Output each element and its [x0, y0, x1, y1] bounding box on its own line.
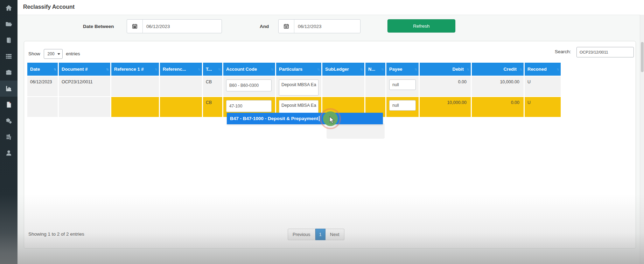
cell-reconed: U: [525, 76, 561, 96]
date-to-input[interactable]: [294, 20, 360, 33]
vertical-scrollbar[interactable]: [640, 15, 644, 264]
cell-date: 06/12/2023: [27, 76, 58, 96]
cell-date: [27, 97, 58, 117]
reclassify-table: Date↑↓ Document #↑↓ Reference 1 #↑↓ Refe…: [27, 63, 561, 117]
sort-icon: ↑↓: [467, 63, 469, 76]
sort-icon: ↑↓: [271, 63, 273, 76]
sidebar-item-reports-chart[interactable]: [0, 81, 18, 97]
cell-reference2: [160, 76, 202, 96]
sidebar-item-settings[interactable]: [0, 113, 18, 129]
mouse-cursor-icon: [328, 116, 335, 124]
sort-icon: ↑↓: [198, 63, 200, 76]
sort-icon: ↑↓: [218, 63, 220, 76]
cell-account-code: [223, 76, 275, 96]
cell-payee: [386, 76, 419, 96]
sort-icon: ↑↓: [155, 63, 157, 76]
col-header-reconed[interactable]: Reconed↑↓: [525, 63, 561, 76]
list-icon: [5, 53, 12, 60]
text-caret: [319, 116, 320, 121]
sort-icon: ↑↓: [317, 63, 319, 76]
sliders-icon: [5, 133, 12, 140]
cell-reference2: [160, 97, 202, 117]
sort-icon: ↑↓: [381, 63, 383, 76]
bar-chart-icon: [5, 85, 12, 92]
title-bar: Reclassify Account: [18, 0, 644, 15]
col-header-type[interactable]: T...↑↓: [203, 63, 222, 76]
col-header-payee[interactable]: Payee↑↓: [386, 63, 419, 76]
cell-subledger: [322, 76, 364, 96]
refresh-button[interactable]: Refresh: [387, 19, 455, 33]
show-label: Show: [28, 51, 40, 56]
col-header-date[interactable]: Date↑↓: [27, 63, 58, 76]
cell-n: [365, 76, 385, 96]
cogs-icon: [5, 117, 12, 124]
page-title: Reclassify Account: [18, 0, 644, 10]
sort-icon: ↑↓: [360, 63, 362, 76]
cell-debit: 10,000.00: [420, 97, 471, 117]
entries-label: entries: [66, 51, 80, 56]
book-icon: [5, 37, 12, 44]
col-header-account-code[interactable]: Account Code↑↓: [223, 63, 275, 76]
dropdown-option-b47[interactable]: B47 - B47-1000 - Deposit & Prepayment: [227, 116, 320, 121]
cell-document: [59, 97, 110, 117]
cell-type: CB: [203, 97, 222, 117]
folder-open-icon: [5, 21, 12, 28]
search-label: Search:: [555, 49, 571, 54]
sort-icon: ↑↓: [556, 63, 559, 76]
sidebar-item-account[interactable]: [0, 145, 18, 161]
briefcase-icon: [5, 69, 12, 76]
cell-credit: 0.00: [472, 97, 524, 117]
sidebar-item-files[interactable]: [0, 16, 18, 32]
col-header-reference2[interactable]: Referenc...↑↓: [160, 63, 202, 76]
scrollbar-thumb[interactable]: [641, 42, 644, 72]
payee-input[interactable]: [389, 79, 416, 90]
col-header-subledger[interactable]: SubLedger↑↓: [322, 63, 364, 76]
account-code-dropdown: B47 - B47-1000 - Deposit & Prepayment: [227, 113, 383, 124]
showing-entries-text: Showing 1 to 2 of 2 entries: [28, 231, 84, 237]
cell-credit: 10,000.00: [472, 76, 524, 96]
pagination: Previous 1 Next: [288, 229, 344, 240]
sidebar-item-documents[interactable]: [0, 97, 18, 113]
payee-input[interactable]: [389, 100, 416, 111]
account-code-input-editing[interactable]: [226, 100, 272, 112]
pagination-page-1-button[interactable]: 1: [315, 229, 326, 240]
sort-icon: ↑↓: [106, 63, 108, 76]
account-code-input[interactable]: [226, 79, 272, 91]
sidebar-item-business[interactable]: [0, 64, 18, 81]
cell-payee: [386, 97, 419, 117]
col-header-reference1[interactable]: Reference 1 #↑↓: [111, 63, 159, 76]
col-header-debit[interactable]: Debit↑↓: [420, 63, 471, 76]
col-header-document[interactable]: Document #↑↓: [59, 63, 110, 76]
particulars-textarea[interactable]: Deposit MBSA Ea: [279, 79, 318, 96]
home-icon: [5, 5, 12, 12]
cell-reconed: U: [525, 97, 561, 117]
sidebar: [0, 0, 18, 264]
calendar-icon: [127, 20, 143, 33]
sidebar-item-lists[interactable]: [0, 48, 18, 64]
cell-reference1: [111, 97, 159, 117]
sidebar-item-adjustments[interactable]: [0, 129, 18, 145]
col-header-n[interactable]: N...↑↓: [365, 63, 385, 76]
date-from-input[interactable]: [143, 20, 222, 33]
cell-debit: 0.00: [420, 76, 471, 96]
pagination-previous-button[interactable]: Previous: [288, 229, 315, 240]
user-icon: [5, 150, 12, 157]
sidebar-item-home[interactable]: [0, 0, 18, 16]
col-header-particulars[interactable]: Particulars↑↓: [276, 63, 321, 76]
sidebar-item-ledger[interactable]: [0, 32, 18, 48]
results-card: Show 200 entries Search: Date↑↓ Document…: [24, 41, 636, 249]
date-between-label: Date Between: [83, 24, 114, 29]
sort-icon: ↑↓: [519, 63, 522, 76]
cell-document: OCP23/12/0011: [59, 76, 110, 96]
page-length-select[interactable]: 200: [44, 49, 63, 59]
date-from-group: [127, 19, 222, 33]
cell-reference1: [111, 76, 159, 96]
app-window: Reclassify Account Date Between And Refr…: [0, 0, 644, 264]
page-length-control: Show 200 entries: [28, 49, 80, 59]
pagination-next-button[interactable]: Next: [326, 229, 344, 240]
search-input[interactable]: [576, 47, 634, 57]
col-header-credit[interactable]: Credit↑↓: [472, 63, 524, 76]
sort-icon: ↑↓: [414, 63, 416, 76]
date-to-group: [278, 19, 360, 33]
and-label: And: [260, 24, 269, 29]
